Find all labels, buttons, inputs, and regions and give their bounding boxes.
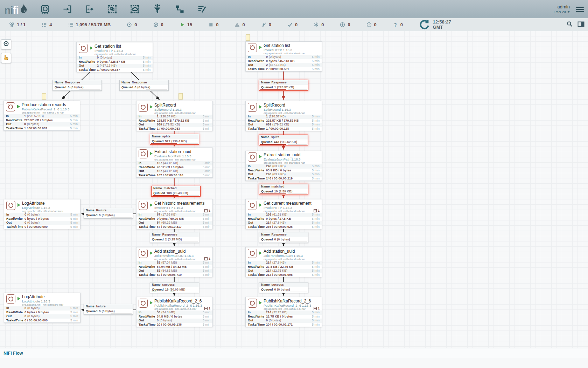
label-icon[interactable] <box>197 4 207 14</box>
processor[interactable]: SplitRecord SplitRecord 1.16.3 org.apach… <box>136 101 213 131</box>
funnel-icon[interactable] <box>152 4 162 14</box>
processor[interactable]: PublishKafkaRecord_2_6 PublishKafkaRecor… <box>245 297 322 327</box>
connection-name-row: NameResponse <box>120 80 168 85</box>
nifi-logo: nifi <box>4 3 28 15</box>
processor[interactable]: Get historic measurements InvokeHTTP 1.1… <box>136 199 213 229</box>
breadcrumb-root[interactable]: NiFi Flow <box>4 351 23 356</box>
global-menu-icon[interactable] <box>576 6 584 13</box>
processor-name: SplitRecord <box>264 103 305 108</box>
connection-label[interactable]: NameResponse Queued2(3.25 MB) <box>150 232 199 243</box>
template-icon[interactable] <box>174 4 185 14</box>
running-icon <box>259 155 262 158</box>
hand-icon <box>3 54 9 62</box>
running-icon <box>259 105 262 109</box>
processor[interactable]: Add station_uuid JoltTransformJSON 1.16.… <box>245 247 322 277</box>
processor-type-icon <box>248 201 257 210</box>
connection-queued-row: Queued0(0 bytes) <box>84 213 133 218</box>
logout-link[interactable]: LOG OUT <box>554 10 570 14</box>
processor-type: InvokeHTTP 1.16.3 <box>94 49 136 53</box>
processor[interactable]: Get station list InvokeHTTP 1.16.3 org.a… <box>245 41 322 71</box>
flow-canvas[interactable]: Get station list InvokeHTTP 1.16.3 org.a… <box>0 31 588 358</box>
processor[interactable]: Extract station_uuid EvaluateJsonPath 1.… <box>136 148 213 178</box>
stat-in: In 1(228.57 KB) 5 min <box>4 114 80 118</box>
last-refresh-time[interactable]: 12:58:27 GMT <box>419 19 451 30</box>
stat-read-write: Read/Write 34.8 MB / 0 bytes 5 min <box>136 315 212 319</box>
connection-label[interactable]: NameFailure Queued0(0 bytes) <box>84 208 133 219</box>
processor-name: PublishKafkaRecord_2_6 <box>264 299 311 304</box>
processor[interactable]: Add station_uuid JoltTransformJSON 1.16.… <box>136 247 213 277</box>
operate-palette-button[interactable] <box>1 53 11 63</box>
connection-label[interactable]: Namesuccess Queued0(0 bytes) <box>259 282 308 293</box>
stat-in: In 214(22.75 KB) 5 min <box>246 311 322 315</box>
processor-type-icon <box>139 249 148 258</box>
app-header: nifi admin LOG OUT <box>0 0 588 18</box>
queue-fill-bar <box>151 291 198 292</box>
processor-bundle: org.apache.nifi - nifi-standard-nar <box>154 158 196 161</box>
queue-fill-bar <box>260 144 307 145</box>
connection-label[interactable]: Namesuccess Queued16(50.03 MB) <box>150 282 199 293</box>
processor-bundle: org.apache.nifi - nifi-standard-nar <box>154 258 196 261</box>
connection-label[interactable]: NameResponse Queued0(0 bytes) <box>119 80 169 91</box>
connection-name-row: Namematched <box>259 184 308 189</box>
connection-label[interactable]: Namesplits Queued443(115.62 KB) <box>259 135 308 145</box>
connection-label[interactable]: Namesplits Queued522(136.4 KB) <box>150 134 199 145</box>
processor-name: LogAttribute <box>22 201 63 206</box>
stat-tasks-time: Tasks/Time 2 / 00:00:00.501 5 min <box>246 67 322 71</box>
input-port-icon[interactable] <box>62 4 73 14</box>
active-threads-badge: 1 <box>314 209 320 212</box>
processor[interactable]: LogAttribute LogAttribute 1.16.3 org.apa… <box>4 199 80 229</box>
processor[interactable]: Get station list InvokeHTTP 1.16.3 org.a… <box>76 42 153 72</box>
navigate-palette-button[interactable] <box>1 39 11 49</box>
transmitting-status: 0 <box>127 22 137 27</box>
connection-label[interactable]: NameResponse Queued1(228.57 KB) <box>259 80 308 91</box>
stat-out: Out 214(22.75 KB) 5 min <box>246 269 322 273</box>
connection-label[interactable]: Namematched Queued10(2.59 KB) <box>259 184 308 195</box>
processor[interactable]: PublishKafkaRecord_2_6 PublishKafkaRecor… <box>136 297 213 327</box>
locally-modified-and-stale-status: 0 <box>366 22 377 27</box>
active-threads-status: 4 <box>42 22 52 27</box>
stat-tasks-time: Tasks/Time 0 / 00:00:00.000 5 min <box>4 319 80 323</box>
panel-toggle-icon[interactable] <box>578 21 584 28</box>
connection-label[interactable]: NameResponse Queued0(0 bytes) <box>259 232 308 243</box>
active-threads-badge: 1 <box>314 307 320 310</box>
processor-name: Add station_uuid <box>154 249 196 254</box>
processor-bundle: org.apache.nifi - nifi-standard-nar <box>22 303 63 306</box>
connection-label[interactable]: Namefailure Queued0(0 bytes) <box>84 304 133 315</box>
processor[interactable]: Get current measurement InvokeHTTP 1.16.… <box>245 199 322 229</box>
processor[interactable]: SplitRecord SplitRecord 1.16.3 org.apach… <box>245 101 322 131</box>
processor-type-icon <box>6 201 15 210</box>
canvas-label[interactable] <box>246 34 250 41</box>
stat-tasks-time: Tasks/Time 167 / 00:00:00.116 5 min <box>136 173 212 178</box>
stat-in: In 67(17.69 KB) 5 min <box>136 213 212 217</box>
processor[interactable]: Produce station records PublishKafkaReco… <box>4 101 80 131</box>
connection-name-row: Namesplits <box>150 134 199 139</box>
processor-bundle: org.apache.nifi - nifi-standard-nar <box>154 210 204 213</box>
process-group-icon[interactable] <box>107 4 118 14</box>
threads-icon <box>204 209 208 212</box>
processor[interactable]: Extract station_uuid EvaluateJsonPath 1.… <box>245 151 322 181</box>
processor-type: SplitRecord 1.16.3 <box>264 108 305 111</box>
processor-type: InvokeHTTP 1.16.3 <box>264 206 312 210</box>
canvas-label[interactable] <box>42 93 46 100</box>
stat-in: In 0(0 bytes) 5 min <box>4 213 80 217</box>
output-port-icon[interactable] <box>85 4 95 14</box>
sync-failure-status: ?0 <box>393 22 403 27</box>
connection-label[interactable]: NameResponse Queued0(0 bytes) <box>52 80 102 91</box>
stat-out: Out 52(84.82 MB) 5 min <box>136 269 212 273</box>
connection-label[interactable]: Namematched Queued100(25.43 KB) <box>151 186 201 197</box>
component-toolbar <box>40 4 207 14</box>
processor-bundle: org.apache.nifi - nifi-standard-nar <box>264 258 305 261</box>
processor-icon[interactable] <box>40 4 50 14</box>
processor-name: Get station list <box>264 43 305 48</box>
processor[interactable]: LogAttribute LogAttribute 1.16.3 org.apa… <box>4 293 80 323</box>
remote-process-group-icon[interactable] <box>130 4 140 14</box>
search-icon[interactable] <box>567 21 573 28</box>
connection-queued-row: Queued2(3.25 MB) <box>150 237 199 243</box>
stat-read-write: Read/Write 43.12 KB / 0 bytes 5 min <box>136 165 212 170</box>
stat-out: Out 0(0 bytes) 5 min <box>4 122 80 127</box>
canvas-label[interactable] <box>178 93 183 100</box>
processor-type: PublishKafkaRecord_2_6 1.16.3 <box>154 304 202 307</box>
up-to-date-status: 0 <box>287 22 298 27</box>
running-status: 15 <box>180 22 192 27</box>
processor-type-icon <box>139 299 148 308</box>
